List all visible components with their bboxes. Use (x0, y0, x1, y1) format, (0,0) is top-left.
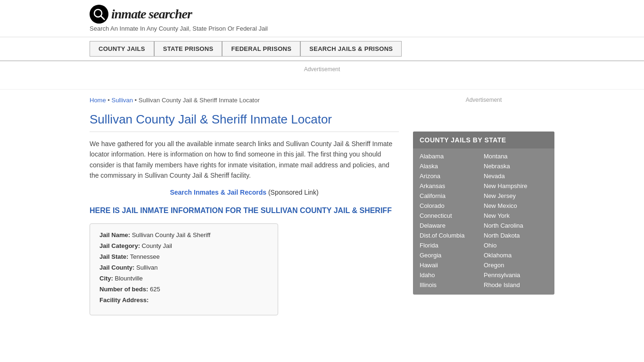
logo-area: inmate searcher (90, 5, 554, 24)
jail-city-label: City: (99, 275, 113, 282)
jail-category-label: Jail Category: (99, 242, 140, 249)
jail-state-label: Jail State: (99, 253, 128, 260)
state-link[interactable]: Arizona (420, 171, 484, 181)
state-link[interactable]: North Carolina (484, 221, 548, 230)
jail-name-label: Jail Name: (99, 231, 130, 239)
state-link[interactable]: Alaska (420, 161, 484, 171)
breadcrumb-home[interactable]: Home (90, 97, 106, 104)
state-grid: AlabamaAlaskaArizonaArkansasCaliforniaCo… (413, 148, 554, 295)
nav-county-jails[interactable]: COUNTY JAILS (90, 41, 154, 57)
state-link[interactable]: New York (484, 211, 548, 221)
state-link[interactable]: Arkansas (420, 181, 484, 191)
content-area: Home • Sullivan • Sullivan County Jail &… (0, 90, 644, 322)
sponsored-link[interactable]: Search Inmates & Jail Records (170, 189, 266, 196)
jail-beds-row: Number of beds: 625 (99, 286, 268, 293)
svg-line-1 (101, 16, 105, 20)
breadcrumb-sullivan[interactable]: Sullivan (111, 97, 133, 104)
state-link[interactable]: Alabama (420, 151, 484, 161)
sponsored-link-container: Search Inmates & Jail Records (Sponsored… (90, 189, 399, 196)
nav-bar: COUNTY JAILS STATE PRISONS FEDERAL PRISO… (0, 37, 644, 61)
state-link[interactable]: Delaware (420, 221, 484, 230)
jail-category-val: County Jail (142, 242, 172, 249)
state-link[interactable]: Connecticut (420, 211, 484, 221)
sidebar: Advertisement COUNTY JAILS BY STATE Alab… (413, 97, 554, 315)
state-link[interactable]: California (420, 191, 484, 201)
jail-info-box: Jail Name: Sullivan County Jail & Sherif… (90, 223, 278, 315)
nav-state-prisons[interactable]: STATE PRISONS (154, 41, 223, 57)
state-box-title: COUNTY JAILS BY STATE (413, 132, 554, 148)
state-link[interactable]: Florida (420, 240, 484, 250)
state-link[interactable]: Hawaii (420, 260, 484, 270)
state-link[interactable]: New Mexico (484, 201, 548, 211)
state-link[interactable]: Dist.of Columbia (420, 230, 484, 240)
jail-beds-label: Number of beds: (99, 286, 148, 293)
state-box: COUNTY JAILS BY STATE AlabamaAlaskaArizo… (413, 132, 554, 295)
state-col2: MontanaNebraskaNevadaNew HampshireNew Je… (484, 151, 548, 290)
jail-city-row: City: Blountville (99, 275, 268, 282)
logo-text: inmate searcher (111, 7, 192, 22)
sidebar-ad: Advertisement (413, 97, 554, 125)
jail-state-val: Tennessee (130, 253, 160, 260)
jail-address-label: Facility Address: (99, 296, 149, 304)
breadcrumb-current: Sullivan County Jail & Sheriff Inmate Lo… (139, 97, 260, 104)
state-link[interactable]: Ohio (484, 240, 548, 250)
header: inmate searcher Search An Inmate In Any … (0, 0, 644, 37)
jail-name-row: Jail Name: Sullivan County Jail & Sherif… (99, 231, 268, 239)
state-col1: AlabamaAlaskaArizonaArkansasCaliforniaCo… (420, 151, 484, 290)
jail-beds-val: 625 (150, 286, 160, 293)
state-link[interactable]: North Dakota (484, 230, 548, 240)
jail-name-val: Sullivan County Jail & Sheriff (132, 231, 211, 239)
jail-state-row: Jail State: Tennessee (99, 253, 268, 260)
nav-inner: COUNTY JAILS STATE PRISONS FEDERAL PRISO… (90, 41, 554, 57)
state-link[interactable]: Nevada (484, 171, 548, 181)
state-link[interactable]: Oklahoma (484, 250, 548, 260)
jail-county-row: Jail County: Sullivan (99, 264, 268, 271)
description: We have gathered for you all the availab… (90, 139, 399, 181)
state-link[interactable]: Georgia (420, 250, 484, 260)
nav-search-jails[interactable]: SEARCH JAILS & PRISONS (300, 41, 402, 57)
sponsored-label: (Sponsored Link) (268, 189, 319, 196)
state-link[interactable]: Idaho (420, 270, 484, 280)
tagline: Search An Inmate In Any County Jail, Sta… (90, 25, 554, 32)
jail-county-val: Sullivan (136, 264, 158, 271)
state-link[interactable]: Colorado (420, 201, 484, 211)
state-link[interactable]: Oregon (484, 260, 548, 270)
main-content: Home • Sullivan • Sullivan County Jail &… (90, 97, 399, 315)
jail-category-row: Jail Category: County Jail (99, 242, 268, 249)
ad-banner: Advertisement (0, 61, 644, 90)
jail-address-row: Facility Address: (99, 296, 268, 304)
info-heading: HERE IS JAIL INMATE INFORMATION FOR THE … (90, 206, 399, 216)
logo-icon (90, 5, 108, 24)
state-link[interactable]: Montana (484, 151, 548, 161)
state-link[interactable]: Nebraska (484, 161, 548, 171)
jail-city-val: Blountville (115, 275, 143, 282)
page-title: Sullivan County Jail & Sheriff Inmate Lo… (90, 112, 399, 132)
jail-county-label: Jail County: (99, 264, 134, 271)
state-link[interactable]: Rhode Island (484, 280, 548, 290)
svg-point-0 (94, 9, 102, 17)
breadcrumb: Home • Sullivan • Sullivan County Jail &… (90, 97, 399, 104)
nav-federal-prisons[interactable]: FEDERAL PRISONS (222, 41, 300, 57)
state-link[interactable]: Illinois (420, 280, 484, 290)
state-link[interactable]: New Jersey (484, 191, 548, 201)
state-link[interactable]: Pennsylvania (484, 270, 548, 280)
state-link[interactable]: New Hampshire (484, 181, 548, 191)
